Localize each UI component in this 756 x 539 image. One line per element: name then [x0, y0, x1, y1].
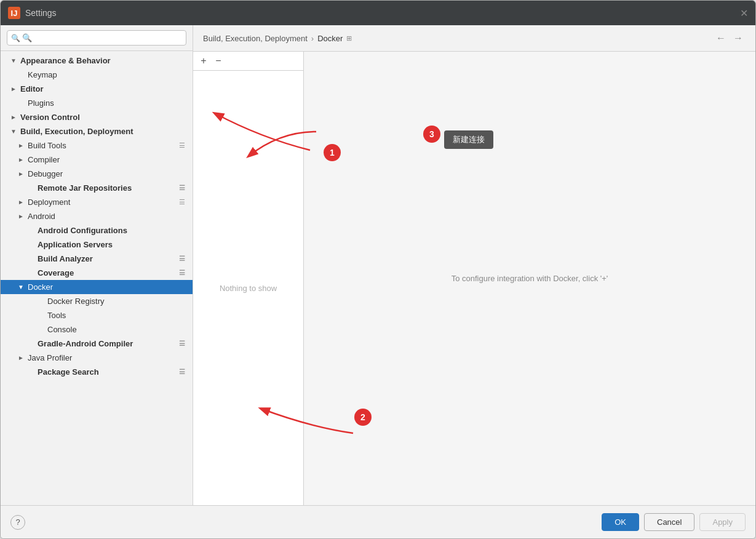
- sidebar-item-label-package-search: Package Search: [38, 367, 99, 377]
- sidebar-item-label-keymap: Keymap: [28, 70, 57, 79]
- docker-hint-panel: To configure integration with Docker, cl…: [304, 52, 755, 505]
- sidebar-item-label-tools: Tools: [47, 311, 66, 320]
- sidebar-item-android[interactable]: ►Android: [1, 209, 193, 223]
- sidebar-item-tools[interactable]: Tools: [1, 308, 193, 322]
- titlebar: IJ Settings ✕: [1, 1, 755, 25]
- sidebar-item-plugins[interactable]: Plugins: [1, 96, 193, 110]
- sidebar-item-label-docker-registry: Docker Registry: [47, 297, 104, 306]
- content-area: 🔍 ▼Appearance & BehaviorKeymap►EditorPlu…: [1, 25, 755, 505]
- callout-3-container: 3: [423, 126, 440, 143]
- bottom-bar: ? OK Cancel Apply: [1, 505, 755, 538]
- sidebar-item-label-android: Android: [28, 212, 55, 221]
- sidebar-item-debugger[interactable]: ►Debugger: [1, 167, 193, 181]
- sidebar-item-label-appearance: Appearance & Behavior: [20, 56, 111, 65]
- nothing-to-show-label: Nothing to show: [220, 284, 277, 293]
- sidebar-item-appearance[interactable]: ▼Appearance & Behavior: [1, 54, 193, 68]
- app-icon: IJ: [8, 7, 20, 19]
- sidebar-item-label-docker: Docker: [28, 282, 53, 292]
- sidebar-item-label-gradle-android: Gradle-Android Compiler: [38, 339, 133, 348]
- docker-toolbar: + −: [193, 52, 303, 71]
- sidebar: 🔍 ▼Appearance & BehaviorKeymap►EditorPlu…: [1, 25, 193, 505]
- sidebar-item-label-build-tools: Build Tools: [28, 141, 66, 150]
- sidebar-item-build-analyzer[interactable]: Build Analyzer☰: [1, 252, 193, 266]
- sidebar-item-label-debugger: Debugger: [28, 169, 63, 178]
- callout-3: 3: [423, 126, 440, 143]
- breadcrumb-settings-icon: ⊞: [346, 34, 352, 42]
- docker-panel: + − Nothing to show To configure integra…: [193, 52, 755, 505]
- breadcrumb-bar: Build, Execution, Deployment › Docker ⊞ …: [193, 25, 755, 52]
- sidebar-item-label-compiler: Compiler: [28, 155, 60, 164]
- cancel-button[interactable]: Cancel: [644, 513, 694, 531]
- main-panel: Build, Execution, Deployment › Docker ⊞ …: [193, 25, 755, 505]
- sidebar-item-java-profiler[interactable]: ►Java Profiler: [1, 351, 193, 365]
- sidebar-item-label-remote-jar: Remote Jar Repositories: [38, 183, 132, 193]
- nav-arrows: ← →: [714, 31, 746, 45]
- sidebar-item-label-plugins: Plugins: [28, 98, 54, 108]
- gear-icon-coverage: ☰: [179, 269, 188, 277]
- sidebar-item-coverage[interactable]: Coverage☰: [1, 266, 193, 280]
- breadcrumb-current: Docker: [317, 34, 343, 43]
- sidebar-item-build-tools[interactable]: ►Build Tools☰: [1, 138, 193, 153]
- sidebar-item-label-build-analyzer: Build Analyzer: [38, 254, 93, 263]
- search-icon: 🔍: [11, 34, 20, 42]
- callout-1-container: 1: [324, 144, 341, 161]
- gear-icon-deployment: ☰: [179, 198, 188, 207]
- sidebar-item-app-servers[interactable]: Application Servers: [1, 238, 193, 252]
- apply-button[interactable]: Apply: [699, 513, 746, 531]
- search-wrapper: 🔍: [7, 30, 186, 46]
- search-bar: 🔍: [1, 25, 193, 51]
- sidebar-item-label-version-control: Version Control: [20, 113, 80, 122]
- sidebar-item-label-editor: Editor: [20, 84, 44, 94]
- docker-list-content: Nothing to show: [193, 71, 303, 505]
- breadcrumb-separator: ›: [311, 34, 314, 43]
- sidebar-item-build-exec[interactable]: ▼Build, Execution, Deployment: [1, 124, 193, 138]
- gear-icon-build-tools: ☰: [179, 142, 188, 150]
- settings-window: IJ Settings ✕ 🔍 ▼Appearance & BehaviorKe…: [0, 0, 756, 539]
- sidebar-item-android-config[interactable]: Android Configurations: [1, 223, 193, 238]
- gear-icon-package-search: ☰: [179, 368, 188, 377]
- sidebar-item-editor[interactable]: ►Editor: [1, 82, 193, 96]
- sidebar-item-label-coverage: Coverage: [38, 268, 74, 277]
- callout-2-container: 2: [354, 409, 372, 426]
- breadcrumb-parent: Build, Execution, Deployment: [203, 34, 308, 43]
- gear-icon-build-analyzer: ☰: [179, 255, 188, 263]
- window-title: Settings: [25, 8, 57, 18]
- sidebar-item-deployment[interactable]: ►Deployment☰: [1, 195, 193, 209]
- sidebar-item-label-console: Console: [47, 325, 77, 334]
- new-connection-tooltip: 新建连接: [444, 130, 493, 149]
- sidebar-item-console[interactable]: Console: [1, 322, 193, 337]
- gear-icon-gradle-android: ☰: [179, 340, 188, 348]
- back-arrow[interactable]: ←: [714, 31, 728, 45]
- docker-area: + − Nothing to show To configure integra…: [193, 52, 755, 505]
- callout-2: 2: [354, 409, 372, 426]
- forward-arrow[interactable]: →: [731, 31, 746, 45]
- remove-docker-button[interactable]: −: [212, 54, 225, 68]
- sidebar-item-compiler[interactable]: ►Compiler: [1, 153, 193, 167]
- sidebar-item-keymap[interactable]: Keymap: [1, 68, 193, 82]
- gear-icon-remote-jar: ☰: [179, 184, 188, 193]
- close-button[interactable]: ✕: [740, 7, 748, 19]
- callout-1: 1: [324, 144, 341, 161]
- sidebar-item-label-java-profiler: Java Profiler: [28, 353, 72, 362]
- sidebar-item-label-android-config: Android Configurations: [38, 226, 127, 235]
- settings-tree: ▼Appearance & BehaviorKeymap►EditorPlugi…: [1, 51, 193, 505]
- sidebar-item-docker[interactable]: ▼Docker: [1, 280, 193, 294]
- docker-list-panel: + − Nothing to show: [193, 52, 304, 505]
- ok-button[interactable]: OK: [602, 513, 639, 531]
- sidebar-item-gradle-android[interactable]: Gradle-Android Compiler☰: [1, 337, 193, 351]
- sidebar-item-label-deployment: Deployment: [28, 198, 70, 207]
- help-button[interactable]: ?: [10, 515, 25, 530]
- sidebar-item-version-control[interactable]: ►Version Control: [1, 110, 193, 124]
- sidebar-item-label-app-servers: Application Servers: [38, 240, 113, 249]
- sidebar-item-remote-jar[interactable]: Remote Jar Repositories☰: [1, 181, 193, 195]
- search-input[interactable]: [7, 30, 186, 46]
- sidebar-item-docker-registry[interactable]: Docker Registry: [1, 294, 193, 308]
- add-docker-button[interactable]: +: [197, 54, 210, 68]
- sidebar-item-label-build-exec: Build, Execution, Deployment: [20, 127, 133, 136]
- sidebar-item-package-search[interactable]: Package Search☰: [1, 365, 193, 379]
- docker-hint-text: To configure integration with Docker, cl…: [452, 274, 608, 283]
